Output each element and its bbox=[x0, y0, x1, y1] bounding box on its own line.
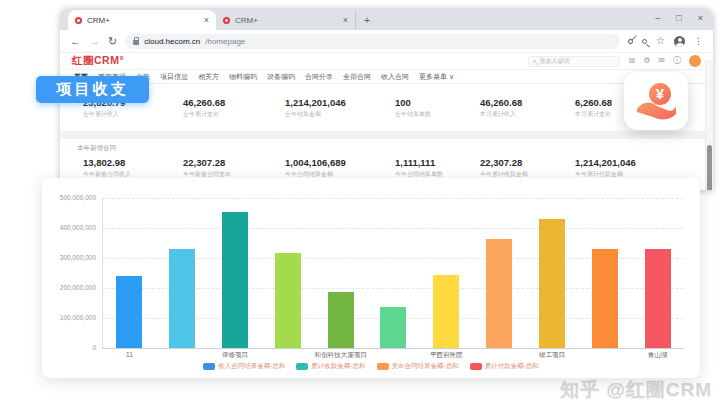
x-axis-line bbox=[102, 348, 684, 349]
stat-column: 1,214,201,046全年结算金额 bbox=[285, 97, 395, 119]
tab-title: CRM+ bbox=[87, 16, 199, 25]
search-icon bbox=[533, 60, 536, 63]
project-income-expense-badge[interactable]: 项目收支 bbox=[36, 76, 149, 103]
stats-row-1: 23,820.79全年累计收入46,260.68全年累计支出1,214,201,… bbox=[60, 84, 713, 132]
new-tab-button[interactable]: + bbox=[356, 14, 378, 26]
password-key-icon[interactable] bbox=[627, 37, 634, 44]
tab-crm-1[interactable]: CRM+ × bbox=[68, 10, 216, 30]
stat-label: 全年累计收入 bbox=[83, 110, 183, 119]
legend-label: 累计收款金额-总和 bbox=[311, 362, 365, 371]
y-tick-label: 100,000,000 bbox=[44, 314, 96, 321]
url-domain: cloud.hecom.cn bbox=[144, 37, 200, 46]
nav-item-10[interactable]: 更多菜单 ∨ bbox=[419, 72, 454, 82]
bar-和创科技大厦项目[interactable] bbox=[328, 292, 354, 348]
lock-icon bbox=[133, 40, 139, 45]
nav-item-3[interactable]: 项目信息 bbox=[160, 72, 188, 82]
bars-area bbox=[103, 198, 684, 348]
y-tick-label: 500,000,000 bbox=[44, 194, 96, 201]
bar-平西府医院[interactable] bbox=[433, 275, 459, 348]
stat-label: 全年累计支出 bbox=[183, 110, 285, 119]
stat-column: 22,307.28今年新签合同支出 bbox=[183, 157, 285, 179]
legend-item[interactable]: 累计付款金额-总和 bbox=[470, 362, 539, 371]
maximize-button[interactable]: □ bbox=[676, 13, 681, 23]
bar-保修项目[interactable] bbox=[222, 212, 248, 348]
legend-item[interactable]: 累计收款金额-总和 bbox=[296, 362, 365, 371]
app-logo[interactable]: 红圈CRM° bbox=[72, 54, 124, 68]
url-path: /homepage bbox=[205, 37, 245, 46]
forward-button[interactable]: → bbox=[89, 36, 100, 47]
tab-strip: CRM+ × CRM+ × + – □ × bbox=[60, 8, 713, 30]
menu-dots-icon[interactable]: ⋮ bbox=[694, 37, 703, 46]
bar-竣工项目[interactable] bbox=[539, 219, 565, 348]
nav-item-8[interactable]: 全部合同 bbox=[343, 72, 371, 82]
x-tick-label: 11 bbox=[103, 351, 156, 360]
legend-swatch-icon bbox=[377, 363, 389, 370]
stat-value: 1,004,106,689 bbox=[285, 157, 395, 168]
browser-scrollbar[interactable] bbox=[705, 60, 713, 190]
user-avatar[interactable] bbox=[689, 55, 701, 67]
reload-button[interactable]: ↻ bbox=[108, 36, 117, 47]
bar-11[interactable] bbox=[116, 276, 142, 348]
stat-column: 22,307.28今年累计收款金额 bbox=[480, 157, 575, 179]
bar-1[interactable] bbox=[169, 249, 195, 348]
scrollbar-thumb[interactable] bbox=[707, 145, 712, 190]
yuan-hand-icon: ¥ bbox=[635, 81, 677, 121]
x-axis-labels: 11保修项目和创科技大厦项目平西府医院竣工项目青山湖 bbox=[103, 351, 684, 360]
settings-icon[interactable]: ⚙ bbox=[643, 57, 650, 65]
tab-close-icon[interactable]: × bbox=[204, 15, 209, 25]
legend-item[interactable]: 收入合同结算金额-总和 bbox=[203, 362, 285, 371]
y-tick-label: 0 bbox=[44, 344, 96, 351]
legend-item[interactable]: 支出合同结算金额-总和 bbox=[377, 362, 459, 371]
stat-column: 46,260.68本月累计收入 bbox=[480, 97, 575, 119]
stat-value: 22,307.28 bbox=[480, 157, 575, 168]
app-nav: 首页重要事项台账项目信息相关方物料编码设备编码合同分录全部合同收入合同更多菜单 … bbox=[60, 70, 713, 84]
x-tick-label bbox=[578, 351, 631, 360]
stat-label: 全年结算单数 bbox=[395, 110, 480, 119]
stat-column: 1,004,106,689今年合同结算金额 bbox=[285, 157, 395, 179]
bookmark-star-icon[interactable]: ☆ bbox=[656, 36, 665, 46]
x-tick-label bbox=[261, 351, 314, 360]
zoom-icon[interactable] bbox=[642, 39, 647, 44]
toolbar-icons: ☆ ⋮ bbox=[628, 36, 703, 47]
profile-avatar-icon[interactable] bbox=[674, 36, 685, 47]
legend-label: 支出合同结算金额-总和 bbox=[392, 362, 459, 371]
message-icon[interactable]: ✉ bbox=[658, 57, 665, 65]
tab-close-icon[interactable]: × bbox=[343, 15, 348, 25]
legend-label: 累计付款金额-总和 bbox=[485, 362, 539, 371]
app-header-right: 搜索关键词 ⊞ ⚙ ✉ ⓘ bbox=[528, 55, 701, 67]
stats-section-title: 本年新增合同 bbox=[60, 141, 713, 157]
chart-legend: 收入合同结算金额-总和累计收款金额-总和支出合同结算金额-总和累计付款金额-总和 bbox=[42, 362, 700, 371]
nav-item-6[interactable]: 设备编码 bbox=[267, 72, 295, 82]
app-search-input[interactable]: 搜索关键词 bbox=[528, 56, 620, 67]
address-bar[interactable]: cloud.hecom.cn/homepage bbox=[125, 34, 620, 49]
legend-swatch-icon bbox=[470, 363, 482, 370]
nav-item-9[interactable]: 收入合同 bbox=[381, 72, 409, 82]
nav-item-4[interactable]: 相关方 bbox=[198, 72, 219, 82]
svg-text:¥: ¥ bbox=[656, 85, 665, 102]
minimize-button[interactable]: – bbox=[655, 13, 660, 23]
stat-column: 46,260.68全年累计支出 bbox=[183, 97, 285, 119]
legend-label: 收入合同结算金额-总和 bbox=[218, 362, 285, 371]
bar-5[interactable] bbox=[380, 307, 406, 348]
stat-value: 46,260.68 bbox=[480, 97, 575, 108]
app-header: 红圈CRM° 搜索关键词 ⊞ ⚙ ✉ ⓘ bbox=[60, 53, 713, 70]
x-tick-label: 和创科技大厦项目 bbox=[314, 351, 367, 360]
stat-column: 1,111,111今年合同结算单数 bbox=[395, 157, 480, 179]
bar-7[interactable] bbox=[486, 239, 512, 348]
nav-item-7[interactable]: 合同分录 bbox=[305, 72, 333, 82]
tab-crm-2[interactable]: CRM+ × bbox=[216, 10, 356, 30]
x-tick-label bbox=[156, 351, 209, 360]
legend-swatch-icon bbox=[203, 363, 215, 370]
window-controls: – □ × bbox=[655, 8, 703, 28]
bar-9[interactable] bbox=[592, 249, 618, 348]
nav-item-5[interactable]: 物料编码 bbox=[229, 72, 257, 82]
apps-icon[interactable]: ⊞ bbox=[628, 57, 635, 65]
back-button[interactable]: ← bbox=[70, 36, 81, 47]
bar-青山湖[interactable] bbox=[645, 249, 671, 348]
stat-value: 46,260.68 bbox=[183, 97, 285, 108]
yuan-hand-sticker[interactable]: ¥ bbox=[624, 72, 688, 130]
bar-3[interactable] bbox=[275, 253, 301, 348]
help-icon[interactable]: ⓘ bbox=[673, 57, 681, 65]
stat-label: 本月累计收入 bbox=[480, 110, 575, 119]
close-button[interactable]: × bbox=[698, 13, 703, 23]
